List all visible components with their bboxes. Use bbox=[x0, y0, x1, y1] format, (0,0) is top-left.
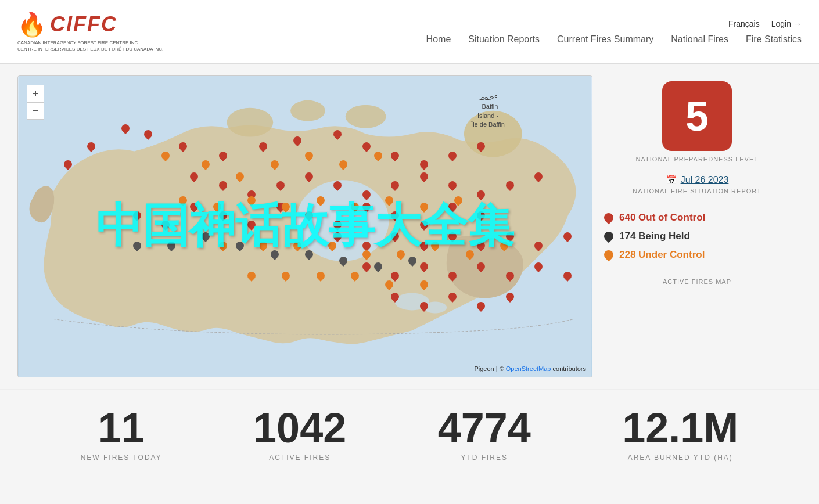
top-links: Français Login → bbox=[728, 19, 802, 28]
map-background: 中国神话故事大全集 ᓄᓇᕗᑦ - Baffin Island - Île de … bbox=[18, 76, 592, 377]
logo: 🔥 CIFFC bbox=[17, 11, 117, 38]
svg-point-5 bbox=[290, 100, 325, 121]
zoom-out-button[interactable]: − bbox=[27, 102, 44, 120]
logo-subtitle: CANADIAN INTERAGENCY FOREST FIRE CENTRE … bbox=[17, 39, 163, 52]
svg-point-4 bbox=[227, 108, 274, 137]
preparedness-label: NATIONAL PREPAREDNESS LEVEL bbox=[636, 156, 759, 163]
nav-area: Français Login → Home Situation Reports … bbox=[426, 19, 802, 45]
baffin-label: ᓄᓇᕗᑦ - Baffin Island - Île de Baffin bbox=[471, 93, 505, 129]
lang-link[interactable]: Français bbox=[728, 19, 760, 28]
zoom-in-button[interactable]: + bbox=[27, 85, 44, 102]
nav-situation-reports[interactable]: Situation Reports bbox=[468, 34, 540, 45]
fire-stat-being-held: 174 Being Held bbox=[604, 231, 790, 242]
fire-stat-under-control: 228 Under Control bbox=[604, 249, 790, 261]
pin-out-of-control bbox=[602, 211, 616, 225]
preparedness-section: 5 NATIONAL PREPAREDNESS LEVEL bbox=[604, 81, 790, 163]
stat-area-burned: 12.1M AREA BURNED YTD (HA) bbox=[622, 407, 738, 462]
stat-new-fires: 11 NEW FIRES TODAY bbox=[81, 407, 162, 462]
login-button[interactable]: Login → bbox=[771, 19, 802, 28]
report-date-row: 📅 Jul 26 2023 bbox=[666, 174, 729, 185]
active-fires-number: 1042 bbox=[253, 407, 346, 449]
being-held-label: 174 Being Held bbox=[619, 231, 690, 242]
stat-ytd-fires: 4774 YTD FIRES bbox=[438, 407, 531, 462]
nav-national-fires[interactable]: National Fires bbox=[671, 34, 728, 45]
fire-stat-out-of-control: 640 Out of Control bbox=[604, 212, 790, 224]
stat-active-fires: 1042 ACTIVE FIRES bbox=[253, 407, 346, 462]
pin-being-held bbox=[602, 230, 616, 243]
svg-point-3 bbox=[296, 180, 389, 261]
logo-name: CIFFC bbox=[50, 12, 117, 37]
out-of-control-label: 640 Out of Control bbox=[619, 212, 705, 224]
ytd-fires-number: 4774 bbox=[438, 407, 531, 449]
ytd-fires-label: YTD FIRES bbox=[461, 453, 508, 462]
svg-point-6 bbox=[346, 105, 386, 128]
svg-point-2 bbox=[423, 302, 447, 314]
new-fires-label: NEW FIRES TODAY bbox=[81, 453, 162, 462]
map-svg bbox=[18, 76, 592, 377]
area-burned-number: 12.1M bbox=[622, 407, 738, 449]
site-header: 🔥 CIFFC CANADIAN INTERAGENCY FOREST FIRE… bbox=[0, 0, 819, 64]
new-fires-number: 11 bbox=[98, 407, 145, 449]
nav-current-fires-summary[interactable]: Current Fires Summary bbox=[557, 34, 653, 45]
report-date-link[interactable]: Jul 26 2023 bbox=[681, 175, 729, 185]
bottom-stats: 11 NEW FIRES TODAY 1042 ACTIVE FIRES 477… bbox=[0, 389, 819, 479]
report-date-section: 📅 Jul 26 2023 NATIONAL FIRE SITUATION RE… bbox=[604, 174, 790, 195]
active-fires-label: ACTIVE FIRES bbox=[269, 453, 331, 462]
report-date-label: NATIONAL FIRE SITUATION REPORT bbox=[633, 188, 761, 195]
under-control-label: 228 Under Control bbox=[619, 249, 705, 261]
map-controls: + − bbox=[27, 85, 44, 120]
logo-area: 🔥 CIFFC CANADIAN INTERAGENCY FOREST FIRE… bbox=[17, 11, 163, 52]
nav-fire-statistics[interactable]: Fire Statistics bbox=[746, 34, 802, 45]
main-content: 中国神话故事大全集 ᓄᓇᕗᑦ - Baffin Island - Île de … bbox=[0, 64, 819, 389]
nav-home[interactable]: Home bbox=[426, 34, 451, 45]
main-nav: Home Situation Reports Current Fires Sum… bbox=[426, 34, 802, 45]
osm-link[interactable]: OpenStreetMap bbox=[506, 365, 551, 372]
fire-stats-list: 640 Out of Control 174 Being Held 228 Un… bbox=[604, 212, 790, 261]
area-burned-label: AREA BURNED YTD (HA) bbox=[628, 453, 733, 462]
pin-under-control bbox=[602, 249, 616, 262]
active-fires-map-label: ACTIVE FIRES MAP bbox=[604, 278, 790, 285]
calendar-icon: 📅 bbox=[666, 174, 677, 185]
map-container: 中国神话故事大全集 ᓄᓇᕗᑦ - Baffin Island - Île de … bbox=[17, 75, 592, 377]
flame-icon: 🔥 bbox=[17, 11, 46, 38]
preparedness-badge: 5 bbox=[662, 81, 732, 151]
sidebar: 5 NATIONAL PREPAREDNESS LEVEL 📅 Jul 26 2… bbox=[592, 75, 802, 291]
map-attribution: Pigeon | © OpenStreetMap contributors bbox=[474, 365, 586, 372]
